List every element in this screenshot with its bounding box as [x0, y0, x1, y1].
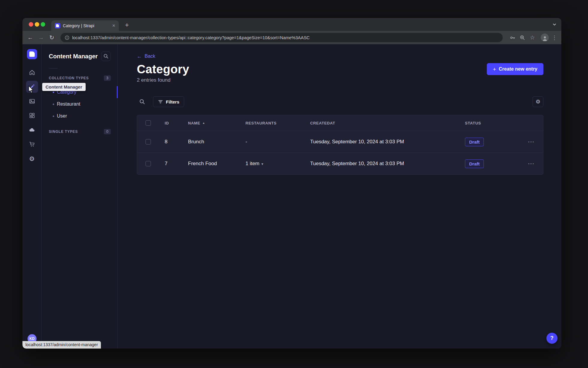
chevron-down-icon: ▾: [261, 162, 263, 166]
layout-icon: [29, 112, 35, 119]
filter-icon: [158, 99, 163, 104]
zoom-icon[interactable]: [518, 34, 527, 42]
status-badge: Draft: [465, 138, 484, 146]
row-actions-button[interactable]: ⋯: [514, 138, 543, 146]
gear-icon: ⚙: [536, 99, 540, 104]
strapi-logo[interactable]: [27, 49, 37, 59]
address-bar[interactable]: localhost:1337/admin/content-manager/col…: [60, 33, 503, 42]
filters-label: Filters: [166, 99, 179, 104]
single-types-label: SINGLE TYPES: [49, 130, 78, 134]
arrow-left-icon: ←: [137, 54, 142, 59]
sidebar-search-button[interactable]: [101, 51, 111, 61]
sidebar-title: Content Manager: [49, 53, 98, 60]
status-badge: Draft: [465, 159, 484, 168]
filters-button[interactable]: Filters: [153, 96, 184, 107]
traffic-lights: [29, 18, 45, 31]
cell-createdat: Tuesday, September 10, 2024 at 3:03 PM: [305, 161, 460, 167]
nav-marketplace-button[interactable]: [26, 138, 38, 150]
cloud-icon: [29, 127, 35, 133]
sort-asc-icon: ▲: [202, 121, 205, 124]
sidebar-item-label: Restaurant: [57, 101, 80, 107]
help-button[interactable]: ?: [546, 333, 557, 344]
cell-restaurants: -: [240, 139, 305, 145]
close-window-button[interactable]: [29, 22, 33, 27]
browser-menu-icon[interactable]: ⋮: [552, 34, 557, 41]
strapi-favicon-icon: [55, 23, 60, 28]
cell-restaurants[interactable]: 1 item▾: [240, 161, 305, 167]
entries-table: ID NAME▲ RESTAURANTS CREATEDAT STATUS 8 …: [137, 115, 543, 175]
header-createdat[interactable]: CREATEDAT: [305, 121, 460, 125]
row-checkbox[interactable]: [146, 139, 151, 145]
zoom-window-button[interactable]: [41, 22, 45, 27]
cart-icon: [29, 141, 35, 147]
tab-search-chevron-icon[interactable]: [552, 18, 557, 31]
browser-back-button[interactable]: ←: [26, 33, 35, 42]
tab-title: Category | Strapi: [63, 23, 109, 28]
select-all-checkbox[interactable]: [146, 120, 151, 126]
sidebar-item-label: User: [57, 113, 67, 119]
table-header-row: ID NAME▲ RESTAURANTS CREATEDAT STATUS: [137, 115, 543, 131]
list-view: ← Back Category + Create new entry 2 ent…: [118, 44, 561, 349]
nav-home-button[interactable]: [26, 66, 38, 78]
browser-tab[interactable]: Category | Strapi ×: [51, 20, 119, 31]
tab-close-icon[interactable]: ×: [112, 23, 116, 28]
nav-media-library-button[interactable]: [26, 95, 38, 107]
search-icon: [139, 99, 145, 105]
home-icon: [29, 69, 35, 76]
url-text: localhost:1337/admin/content-manager/col…: [72, 35, 310, 40]
sidebar-item-user[interactable]: User: [42, 110, 117, 122]
back-label: Back: [145, 54, 155, 59]
bullet-icon: [53, 115, 54, 117]
nav-settings-button[interactable]: ⚙: [26, 153, 38, 165]
header-status: STATUS: [460, 121, 514, 125]
rail-tooltip: Content Manager: [42, 83, 86, 91]
list-search-button[interactable]: [137, 96, 148, 107]
browser-window: Category | Strapi × + ← → ↻ localhost:13…: [22, 18, 561, 349]
gear-icon: ⚙: [29, 156, 35, 162]
header-id[interactable]: ID: [159, 121, 183, 125]
view-settings-button[interactable]: ⚙: [533, 96, 543, 107]
collection-types-count-badge: 3: [104, 75, 111, 81]
bullet-icon: [53, 104, 54, 105]
browser-reload-button[interactable]: ↻: [47, 33, 56, 42]
browser-profile-avatar[interactable]: [541, 34, 549, 42]
browser-toolbar: ← → ↻ localhost:1337/admin/content-manag…: [22, 31, 561, 44]
nav-content-manager-button[interactable]: [26, 81, 38, 93]
bullet-icon: [53, 92, 54, 93]
tab-strip: Category | Strapi × +: [22, 18, 561, 31]
search-icon: [103, 54, 109, 59]
password-manager-icon[interactable]: [508, 34, 517, 42]
table-row[interactable]: 8 Brunch - Tuesday, September 10, 2024 a…: [137, 131, 543, 153]
cell-id: 8: [159, 139, 183, 145]
cell-name: French Food: [183, 161, 240, 167]
entries-count: 2 entries found: [137, 77, 543, 83]
sidebar-item-restaurant[interactable]: Restaurant: [42, 98, 117, 110]
create-button-label: Create new entry: [499, 66, 537, 72]
table-row[interactable]: 7 French Food 1 item▾ Tuesday, September…: [137, 153, 543, 174]
cell-createdat: Tuesday, September 10, 2024 at 3:03 PM: [305, 139, 460, 145]
minimize-window-button[interactable]: [35, 22, 39, 27]
header-restaurants: RESTAURANTS: [240, 121, 305, 125]
site-info-icon[interactable]: [65, 35, 69, 40]
strapi-admin: ⚙ KD Content Manager COLLECTION TYPES 3 …: [22, 44, 561, 349]
nav-cloud-button[interactable]: [26, 124, 38, 136]
back-link[interactable]: ← Back: [137, 53, 155, 60]
nav-content-type-builder-button[interactable]: [26, 110, 38, 121]
collection-types-label: COLLECTION TYPES: [49, 76, 89, 80]
browser-forward-button[interactable]: →: [37, 33, 46, 42]
bookmark-star-icon[interactable]: ☆: [528, 34, 537, 42]
row-actions-button[interactable]: ⋯: [514, 160, 543, 168]
sidebar-divider: [49, 68, 58, 69]
link-status-bubble: localhost:1337/admin/content-manager: [22, 341, 101, 349]
cell-id: 7: [159, 161, 183, 167]
main-nav-rail: ⚙ KD: [22, 44, 42, 349]
row-checkbox[interactable]: [146, 161, 151, 166]
picture-icon: [29, 98, 35, 104]
create-new-entry-button[interactable]: + Create new entry: [487, 63, 543, 75]
header-name[interactable]: NAME▲: [183, 121, 240, 125]
page-title: Category: [137, 62, 189, 76]
single-types-count-badge: 0: [104, 129, 111, 134]
plus-icon: +: [493, 66, 496, 72]
pencil-icon: [29, 83, 35, 90]
new-tab-button[interactable]: +: [122, 21, 131, 30]
